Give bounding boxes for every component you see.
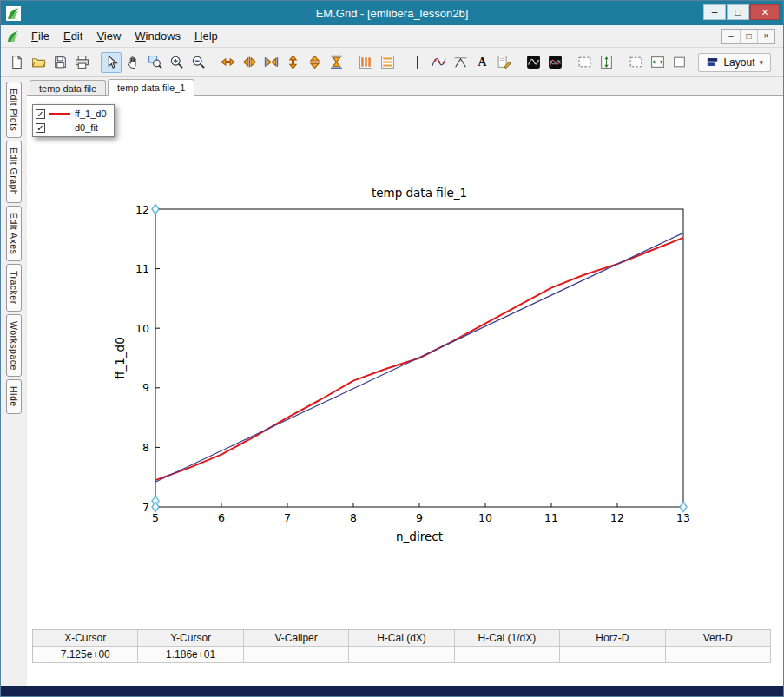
- x-tick-label: 7: [284, 511, 291, 524]
- fit-horizontal-icon: [650, 55, 665, 69]
- compress-x-axis-button[interactable]: [260, 52, 281, 73]
- expand-y-axis-button[interactable]: [282, 52, 303, 73]
- pan-hand-icon: [126, 55, 141, 69]
- menubar: FileEditViewWindowsHelp – □ ×: [1, 25, 783, 48]
- text-annotation-button[interactable]: A: [471, 52, 492, 73]
- content-area: Edit PlotsEdit GraphEdit AxesTrackerWork…: [1, 77, 783, 686]
- curve-fit-button[interactable]: [428, 52, 449, 73]
- mdi-window-controls: – □ ×: [721, 29, 775, 44]
- y-tick-label: 11: [135, 262, 149, 275]
- autoscale-axes-icon: [329, 55, 344, 69]
- toolbar-separator: [566, 52, 573, 73]
- menu-file[interactable]: File: [24, 26, 56, 46]
- toolbar-separator: [399, 52, 405, 73]
- zoom-out-button[interactable]: [188, 52, 208, 73]
- vert-d-value: [666, 647, 771, 663]
- waveform-display-button[interactable]: [523, 52, 544, 73]
- save-file-icon: [53, 55, 68, 69]
- v-caliper-value: [244, 647, 349, 663]
- save-file-button[interactable]: [49, 52, 70, 73]
- legend-checkbox-d0-fit[interactable]: ✓: [36, 123, 45, 133]
- menu-view[interactable]: View: [89, 26, 128, 46]
- sidebar-tab-edit-graph[interactable]: Edit Graph: [6, 141, 23, 202]
- legend-checkbox-ff-1-d0[interactable]: ✓: [36, 109, 45, 119]
- select-arrow-button[interactable]: [101, 52, 122, 73]
- new-document-button[interactable]: [6, 52, 27, 73]
- sidebar-tab-tracker[interactable]: Tracker: [6, 264, 23, 312]
- pan-hand-button[interactable]: [122, 52, 143, 73]
- select-region-2-button[interactable]: [625, 52, 646, 73]
- legend-label: ff_1_d0: [75, 108, 107, 119]
- legend-line-sample: [49, 113, 70, 115]
- cursor-table-header-horz-d: Horz-D: [560, 630, 665, 647]
- zoom-out-icon: [191, 55, 206, 69]
- scroll-x-button[interactable]: [239, 52, 260, 73]
- scroll-y-button[interactable]: [304, 52, 325, 73]
- document-tab-temp-data-file[interactable]: temp data file: [30, 80, 106, 95]
- fit-horizontal-button[interactable]: [647, 52, 668, 73]
- maximize-button[interactable]: □: [727, 4, 749, 20]
- open-file-button[interactable]: [28, 52, 49, 73]
- data-columns-icon: [359, 55, 373, 69]
- y-tick-label: 12: [135, 203, 149, 216]
- layout-dropdown[interactable]: Layout ▾: [698, 53, 771, 72]
- chart[interactable]: temp data file_15678910111213789101112n_…: [110, 183, 701, 548]
- peak-marker-icon: [453, 55, 468, 69]
- expand-y-axis-icon: [286, 55, 300, 69]
- crosshair-icon: [410, 55, 425, 69]
- y-cursor-value: 1.186e+01: [138, 647, 243, 663]
- zoom-region-button[interactable]: [144, 52, 165, 73]
- select-region-button[interactable]: [574, 52, 595, 73]
- scroll-y-icon: [307, 55, 322, 69]
- x-tick-label: 5: [152, 511, 159, 524]
- new-document-icon: [10, 55, 24, 69]
- spectrum-display-icon: [548, 55, 563, 69]
- x-tick-label: 8: [350, 511, 357, 524]
- h-cal-dx-value: [349, 647, 454, 663]
- app-logo-icon: [6, 6, 21, 21]
- document-logo-icon: [6, 30, 20, 43]
- edit-annotation-button[interactable]: [493, 52, 514, 73]
- main-panel: temp data filetemp data file_1 ✓ff_1_d0✓…: [27, 77, 783, 686]
- menu-edit[interactable]: Edit: [56, 26, 89, 46]
- x-axis-label: n_direct: [396, 529, 443, 543]
- mdi-minimize-button[interactable]: –: [722, 30, 740, 43]
- sidebar-tab-workspace[interactable]: Workspace: [6, 314, 23, 378]
- cursor-table-header-v-caliper: V-Caliper: [244, 630, 349, 647]
- print-button[interactable]: [71, 52, 92, 73]
- plain-frame-button[interactable]: [669, 52, 689, 73]
- sidebar-tab-hide[interactable]: Hide: [6, 379, 23, 414]
- minimize-button[interactable]: –: [703, 4, 726, 20]
- toolbar-separator: [515, 52, 522, 73]
- zoom-in-button[interactable]: [166, 52, 187, 73]
- close-button[interactable]: ×: [750, 4, 780, 20]
- toolbar: A Layout ▾: [1, 48, 783, 77]
- zoom-region-icon: [148, 55, 162, 69]
- peak-marker-button[interactable]: [450, 52, 471, 73]
- x-tick-label: 6: [218, 511, 225, 524]
- crosshair-button[interactable]: [406, 52, 427, 73]
- expand-x-axis-button[interactable]: [217, 52, 238, 73]
- legend-box[interactable]: ✓ff_1_d0✓d0_fit: [32, 104, 115, 137]
- mdi-restore-button[interactable]: □: [740, 30, 757, 43]
- footer-strip: [1, 686, 783, 696]
- x-tick-label: 11: [544, 511, 558, 524]
- toolbar-separator: [347, 52, 354, 73]
- select-region-2-icon: [629, 55, 643, 69]
- document-tab-temp-data-file-1[interactable]: temp data file_1: [108, 79, 194, 96]
- h-cal-1-dx-value: [455, 647, 560, 663]
- y-tick-label: 7: [142, 501, 149, 514]
- data-rows-button[interactable]: [377, 52, 398, 73]
- svg-text:A: A: [478, 56, 486, 69]
- autoscale-axes-button[interactable]: [326, 52, 346, 73]
- sidebar-tab-edit-plots[interactable]: Edit Plots: [6, 82, 23, 138]
- compress-x-axis-icon: [264, 55, 279, 69]
- sidebar-tab-edit-axes[interactable]: Edit Axes: [6, 206, 23, 261]
- menu-help[interactable]: Help: [188, 26, 225, 46]
- fit-vertical-button[interactable]: [596, 52, 616, 73]
- menu-windows[interactable]: Windows: [128, 26, 188, 46]
- y-tick-label: 8: [142, 441, 149, 454]
- data-columns-button[interactable]: [355, 52, 376, 73]
- mdi-close-button[interactable]: ×: [757, 30, 774, 43]
- spectrum-display-button[interactable]: [544, 52, 565, 73]
